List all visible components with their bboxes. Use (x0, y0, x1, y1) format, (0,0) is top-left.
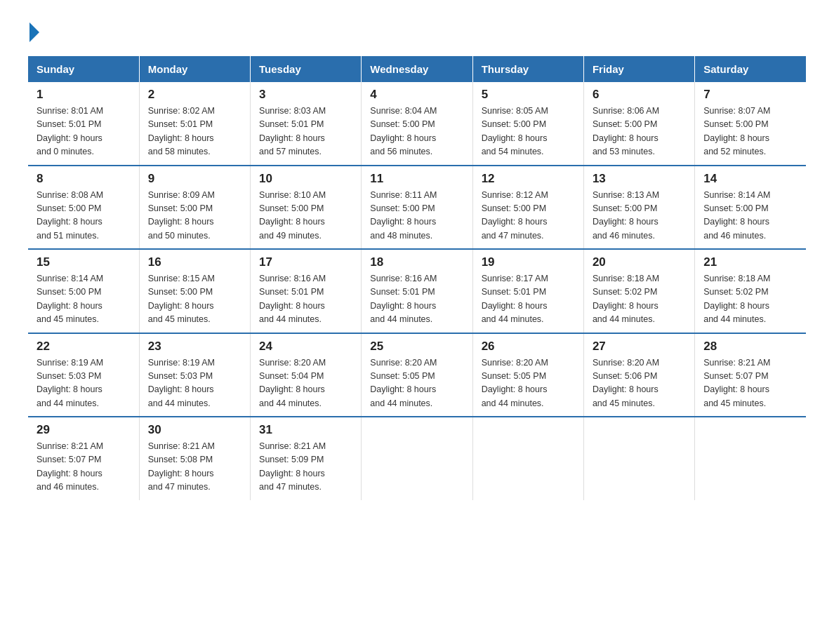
day-number: 30 (148, 423, 241, 437)
day-info: Sunrise: 8:16 AMSunset: 5:01 PMDaylight:… (370, 272, 463, 327)
day-info: Sunrise: 8:13 AMSunset: 5:00 PMDaylight:… (593, 189, 686, 243)
calendar-table: Sunday Monday Tuesday Wednesday Thursday… (28, 56, 806, 500)
calendar-cell (695, 417, 806, 500)
day-number: 23 (148, 340, 241, 354)
day-info: Sunrise: 8:18 AMSunset: 5:02 PMDaylight:… (703, 272, 797, 327)
day-info: Sunrise: 8:06 AMSunset: 5:00 PMDaylight:… (593, 105, 686, 159)
day-number: 7 (703, 88, 797, 102)
calendar-cell: 29 Sunrise: 8:21 AMSunset: 5:07 PMDaylig… (28, 417, 139, 500)
day-info: Sunrise: 8:05 AMSunset: 5:00 PMDaylight:… (482, 105, 575, 159)
day-info: Sunrise: 8:04 AMSunset: 5:00 PMDaylight:… (370, 105, 463, 159)
day-number: 27 (593, 340, 686, 354)
calendar-cell: 27 Sunrise: 8:20 AMSunset: 5:06 PMDaylig… (583, 333, 694, 417)
day-info: Sunrise: 8:21 AMSunset: 5:09 PMDaylight:… (259, 440, 352, 495)
day-info: Sunrise: 8:11 AMSunset: 5:00 PMDaylight:… (370, 189, 463, 243)
logo-triangle-icon (29, 22, 39, 42)
day-number: 15 (37, 255, 131, 269)
header-monday: Monday (139, 56, 250, 82)
calendar-cell: 5 Sunrise: 8:05 AMSunset: 5:00 PMDayligh… (472, 82, 583, 166)
day-number: 29 (37, 423, 131, 437)
day-number: 18 (370, 255, 463, 269)
day-info: Sunrise: 8:17 AMSunset: 5:01 PMDaylight:… (482, 272, 575, 327)
calendar-cell: 28 Sunrise: 8:21 AMSunset: 5:07 PMDaylig… (695, 333, 806, 417)
header-saturday: Saturday (695, 56, 806, 82)
calendar-header-row: Sunday Monday Tuesday Wednesday Thursday… (28, 56, 806, 82)
calendar-cell: 25 Sunrise: 8:20 AMSunset: 5:05 PMDaylig… (362, 333, 472, 417)
calendar-cell (472, 417, 583, 500)
calendar-cell: 24 Sunrise: 8:20 AMSunset: 5:04 PMDaylig… (251, 333, 362, 417)
day-info: Sunrise: 8:20 AMSunset: 5:05 PMDaylight:… (370, 356, 463, 411)
calendar-week-row: 8 Sunrise: 8:08 AMSunset: 5:00 PMDayligh… (28, 166, 806, 250)
day-number: 16 (148, 255, 241, 269)
calendar-cell: 21 Sunrise: 8:18 AMSunset: 5:02 PMDaylig… (695, 249, 806, 333)
day-info: Sunrise: 8:10 AMSunset: 5:00 PMDaylight:… (259, 189, 352, 243)
day-number: 19 (482, 255, 575, 269)
header-thursday: Thursday (472, 56, 583, 82)
calendar-cell: 11 Sunrise: 8:11 AMSunset: 5:00 PMDaylig… (362, 166, 472, 250)
calendar-cell: 8 Sunrise: 8:08 AMSunset: 5:00 PMDayligh… (28, 166, 139, 250)
day-number: 13 (593, 172, 686, 186)
calendar-cell: 17 Sunrise: 8:16 AMSunset: 5:01 PMDaylig… (251, 249, 362, 333)
day-number: 2 (148, 88, 241, 102)
header-friday: Friday (583, 56, 694, 82)
day-number: 3 (259, 88, 352, 102)
calendar-week-row: 15 Sunrise: 8:14 AMSunset: 5:00 PMDaylig… (28, 249, 806, 333)
header-sunday: Sunday (28, 56, 139, 82)
calendar-cell: 6 Sunrise: 8:06 AMSunset: 5:00 PMDayligh… (583, 82, 694, 166)
calendar-cell: 18 Sunrise: 8:16 AMSunset: 5:01 PMDaylig… (362, 249, 472, 333)
day-number: 4 (370, 88, 463, 102)
day-number: 28 (703, 340, 797, 354)
calendar-cell: 23 Sunrise: 8:19 AMSunset: 5:03 PMDaylig… (139, 333, 250, 417)
day-info: Sunrise: 8:16 AMSunset: 5:01 PMDaylight:… (259, 272, 352, 327)
calendar-cell (362, 417, 472, 500)
day-number: 5 (482, 88, 575, 102)
calendar-cell: 2 Sunrise: 8:02 AMSunset: 5:01 PMDayligh… (139, 82, 250, 166)
day-number: 31 (259, 423, 352, 437)
day-info: Sunrise: 8:01 AMSunset: 5:01 PMDaylight:… (37, 105, 131, 159)
day-info: Sunrise: 8:20 AMSunset: 5:04 PMDaylight:… (259, 356, 352, 411)
day-info: Sunrise: 8:20 AMSunset: 5:05 PMDaylight:… (482, 356, 575, 411)
day-number: 8 (37, 172, 131, 186)
day-info: Sunrise: 8:18 AMSunset: 5:02 PMDaylight:… (593, 272, 686, 327)
day-info: Sunrise: 8:07 AMSunset: 5:00 PMDaylight:… (703, 105, 797, 159)
day-number: 14 (703, 172, 797, 186)
day-number: 22 (37, 340, 131, 354)
day-info: Sunrise: 8:14 AMSunset: 5:00 PMDaylight:… (703, 189, 797, 243)
calendar-cell: 26 Sunrise: 8:20 AMSunset: 5:05 PMDaylig… (472, 333, 583, 417)
day-number: 20 (593, 255, 686, 269)
calendar-cell: 30 Sunrise: 8:21 AMSunset: 5:08 PMDaylig… (139, 417, 250, 500)
day-info: Sunrise: 8:19 AMSunset: 5:03 PMDaylight:… (148, 356, 241, 411)
calendar-cell (583, 417, 694, 500)
calendar-cell: 20 Sunrise: 8:18 AMSunset: 5:02 PMDaylig… (583, 249, 694, 333)
day-info: Sunrise: 8:21 AMSunset: 5:07 PMDaylight:… (37, 440, 131, 495)
calendar-cell: 13 Sunrise: 8:13 AMSunset: 5:00 PMDaylig… (583, 166, 694, 250)
day-info: Sunrise: 8:14 AMSunset: 5:00 PMDaylight:… (37, 272, 131, 327)
calendar-cell: 9 Sunrise: 8:09 AMSunset: 5:00 PMDayligh… (139, 166, 250, 250)
day-number: 9 (148, 172, 241, 186)
day-number: 24 (259, 340, 352, 354)
calendar-cell: 1 Sunrise: 8:01 AMSunset: 5:01 PMDayligh… (28, 82, 139, 166)
calendar-week-row: 29 Sunrise: 8:21 AMSunset: 5:07 PMDaylig… (28, 417, 806, 500)
calendar-cell: 16 Sunrise: 8:15 AMSunset: 5:00 PMDaylig… (139, 249, 250, 333)
day-number: 12 (482, 172, 575, 186)
header-wednesday: Wednesday (362, 56, 472, 82)
calendar-cell: 7 Sunrise: 8:07 AMSunset: 5:00 PMDayligh… (695, 82, 806, 166)
calendar-cell: 14 Sunrise: 8:14 AMSunset: 5:00 PMDaylig… (695, 166, 806, 250)
calendar-cell: 19 Sunrise: 8:17 AMSunset: 5:01 PMDaylig… (472, 249, 583, 333)
header-tuesday: Tuesday (251, 56, 362, 82)
day-number: 26 (482, 340, 575, 354)
day-number: 11 (370, 172, 463, 186)
day-info: Sunrise: 8:19 AMSunset: 5:03 PMDaylight:… (37, 356, 131, 411)
calendar-cell: 12 Sunrise: 8:12 AMSunset: 5:00 PMDaylig… (472, 166, 583, 250)
day-info: Sunrise: 8:21 AMSunset: 5:08 PMDaylight:… (148, 440, 241, 495)
day-info: Sunrise: 8:03 AMSunset: 5:01 PMDaylight:… (259, 105, 352, 159)
day-number: 25 (370, 340, 463, 354)
calendar-cell: 15 Sunrise: 8:14 AMSunset: 5:00 PMDaylig… (28, 249, 139, 333)
calendar-week-row: 22 Sunrise: 8:19 AMSunset: 5:03 PMDaylig… (28, 333, 806, 417)
day-info: Sunrise: 8:08 AMSunset: 5:00 PMDaylight:… (37, 189, 131, 243)
day-info: Sunrise: 8:12 AMSunset: 5:00 PMDaylight:… (482, 189, 575, 243)
calendar-cell: 3 Sunrise: 8:03 AMSunset: 5:01 PMDayligh… (251, 82, 362, 166)
day-number: 1 (37, 88, 131, 102)
day-info: Sunrise: 8:20 AMSunset: 5:06 PMDaylight:… (593, 356, 686, 411)
calendar-cell: 31 Sunrise: 8:21 AMSunset: 5:09 PMDaylig… (251, 417, 362, 500)
